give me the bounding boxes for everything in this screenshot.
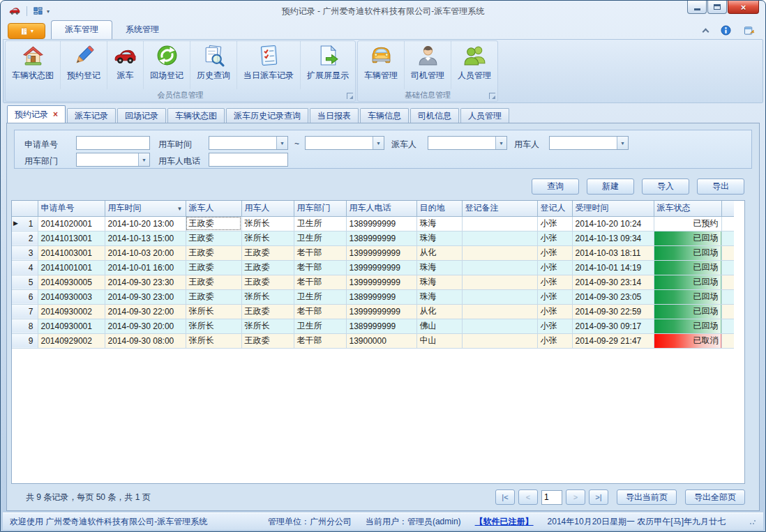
row-selector[interactable]: 7 [12, 304, 38, 319]
chevron-down-icon[interactable]: ▼ [138, 153, 149, 166]
cell-phone[interactable]: 1389999999 [346, 216, 416, 231]
cell-status[interactable]: 已回场 [654, 231, 721, 245]
user-combo[interactable]: ▼ [549, 136, 629, 150]
cell-accept_time[interactable]: 2014-10-01 14:19 [572, 260, 654, 275]
cell-remark[interactable] [462, 304, 537, 319]
cell-user[interactable]: 张所长 [241, 319, 294, 333]
column-header-user[interactable]: 用车人 [241, 201, 294, 216]
ribbon-button-司机管理[interactable]: 司机管理 [405, 41, 451, 89]
cell-apply_no[interactable]: 20140929002 [38, 333, 105, 348]
doc-tab-派车记录[interactable]: 派车记录 [67, 108, 116, 123]
cell-apply_no[interactable]: 20141020001 [38, 216, 105, 231]
doc-tab-司机信息[interactable]: 司机信息 [410, 108, 459, 123]
chevron-down-icon[interactable]: ▼ [495, 137, 506, 149]
cell-remark[interactable] [462, 289, 537, 304]
close-button[interactable]: × [728, 1, 759, 14]
row-selector[interactable]: 4 [12, 260, 38, 275]
quick-access-layout-icon[interactable] [33, 6, 43, 17]
cell-user[interactable]: 王政委 [241, 333, 294, 348]
table-row[interactable]: 7201409300022014-09-30 22:00张所长王政委老干部139… [12, 304, 734, 319]
cell-user[interactable]: 张所长 [241, 289, 294, 304]
cell-dept[interactable]: 老干部 [294, 304, 346, 319]
cell-dispatcher[interactable]: 王政委 [186, 245, 241, 260]
cell-dept[interactable]: 老干部 [294, 333, 346, 348]
cell-dispatcher[interactable]: 张所长 [186, 333, 241, 348]
app-menu-button[interactable]: ▾ [8, 23, 45, 39]
cell-dispatcher[interactable]: 王政委 [186, 260, 241, 275]
cell-dept[interactable]: 卫生所 [294, 231, 346, 245]
table-row[interactable]: 2201410130012014-10-13 15:00王政委张所长卫生所138… [12, 231, 734, 245]
cell-apply_no[interactable]: 20140930005 [38, 275, 105, 289]
cell-apply_no[interactable]: 20140930003 [38, 289, 105, 304]
cell-registrar[interactable]: 小张 [537, 289, 572, 304]
table-row[interactable]: 3201410030012014-10-03 20:00王政委王政委老干部139… [12, 245, 734, 260]
minimize-button[interactable] [687, 1, 707, 14]
cell-phone[interactable]: 1389999999 [346, 289, 416, 304]
dialog-launcher-icon[interactable] [347, 93, 353, 99]
cell-registrar[interactable]: 小张 [537, 260, 572, 275]
column-header-use_time[interactable]: 用车时间▼ [105, 201, 186, 216]
export-all-pages-button[interactable]: 导出全部页 [685, 489, 745, 505]
cell-dispatcher[interactable]: 王政委 [186, 216, 241, 231]
cell-remark[interactable] [462, 319, 537, 333]
ribbon-button-派车[interactable]: 派车 [107, 41, 144, 89]
cell-accept_time[interactable]: 2014-09-30 22:59 [572, 304, 654, 319]
cell-apply_no[interactable]: 20140930002 [38, 304, 105, 319]
cell-status[interactable]: 已回场 [654, 304, 721, 319]
cell-apply_no[interactable]: 20141003001 [38, 245, 105, 260]
table-row[interactable]: 6201409300032014-09-30 23:00王政委张所长卫生所138… [12, 289, 734, 304]
doc-tab-人员管理[interactable]: 人员管理 [460, 108, 509, 123]
column-header-status[interactable]: 派车状态 [654, 201, 721, 216]
export-button[interactable]: 导出 [697, 178, 744, 195]
resize-grip-icon[interactable] [749, 518, 756, 525]
cell-dest[interactable]: 中山 [416, 333, 462, 348]
cell-user[interactable]: 王政委 [241, 275, 294, 289]
ribbon-button-回场登记[interactable]: 回场登记 [144, 41, 190, 89]
cell-phone[interactable]: 1389999999 [346, 231, 416, 245]
row-selector[interactable]: 9 [12, 333, 38, 348]
cell-dept[interactable]: 卫生所 [294, 289, 346, 304]
dialog-launcher-icon[interactable] [489, 93, 495, 99]
create-button[interactable]: 新建 [587, 178, 634, 195]
chevron-down-icon[interactable]: ▼ [373, 137, 384, 149]
cell-phone[interactable]: 13900000 [346, 333, 416, 348]
apply-no-input[interactable] [76, 136, 150, 150]
cell-user[interactable]: 王政委 [241, 304, 294, 319]
table-row[interactable]: ▶1201410200012014-10-20 13:00王政委张所长卫生所13… [12, 216, 734, 231]
row-selector[interactable]: 2 [12, 231, 38, 245]
cell-remark[interactable] [462, 260, 537, 275]
doc-tab-车辆信息[interactable]: 车辆信息 [360, 108, 409, 123]
cell-use_time[interactable]: 2014-09-30 20:00 [105, 319, 186, 333]
cell-dispatcher[interactable]: 张所长 [186, 304, 241, 319]
row-selector[interactable]: 5 [12, 275, 38, 289]
cell-status[interactable]: 已回场 [654, 260, 721, 275]
cell-dept[interactable]: 老干部 [294, 260, 346, 275]
column-header-apply_no[interactable]: 申请单号 [38, 201, 105, 216]
cell-status[interactable]: 已回场 [654, 275, 721, 289]
cell-use_time[interactable]: 2014-09-30 23:00 [105, 289, 186, 304]
column-header-dispatcher[interactable]: 派车人 [186, 201, 241, 216]
use-time-to-combo[interactable]: ▼ [305, 136, 384, 150]
doc-tab-车辆状态图[interactable]: 车辆状态图 [167, 108, 225, 123]
ribbon-button-人员管理[interactable]: 人员管理 [451, 41, 497, 89]
cell-registrar[interactable]: 小张 [537, 275, 572, 289]
last-page-button[interactable]: >| [589, 489, 608, 505]
cell-status[interactable]: 已回场 [654, 245, 721, 260]
table-row[interactable]: 9201409290022014-09-30 08:00张所长王政委老干部139… [12, 333, 734, 348]
column-header-phone[interactable]: 用车人电话 [346, 201, 416, 216]
cell-use_time[interactable]: 2014-10-01 16:00 [105, 260, 186, 275]
ribbon-button-当日派车记录[interactable]: 当日派车记录 [237, 41, 301, 89]
ribbon-button-预约登记[interactable]: 预约登记 [61, 41, 107, 89]
cell-use_time[interactable]: 2014-09-30 23:30 [105, 275, 186, 289]
cell-dest[interactable]: 从化 [416, 304, 462, 319]
cell-dest[interactable]: 从化 [416, 245, 462, 260]
cell-dest[interactable]: 佛山 [416, 319, 462, 333]
ribbon-tab-dispatch[interactable]: 派车管理 [51, 20, 112, 39]
row-selector[interactable]: ▶1 [12, 216, 38, 231]
cell-registrar[interactable]: 小张 [537, 304, 572, 319]
sort-arrow-icon[interactable]: ▼ [177, 206, 183, 212]
export-current-page-button[interactable]: 导出当前页 [617, 489, 677, 505]
row-selector[interactable]: 6 [12, 289, 38, 304]
cell-accept_time[interactable]: 2014-09-30 23:14 [572, 275, 654, 289]
ribbon-tab-system[interactable]: 系统管理 [112, 21, 172, 39]
